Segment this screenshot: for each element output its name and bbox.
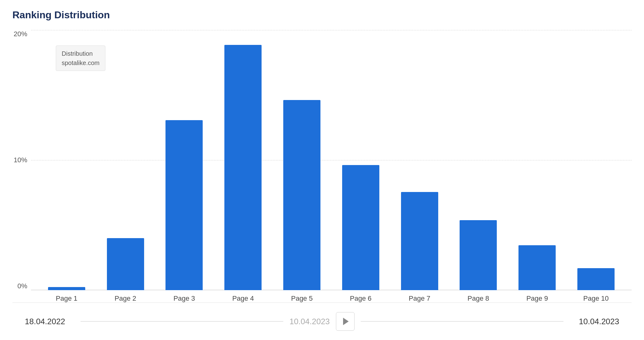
play-icon	[343, 318, 349, 325]
y-axis: 20% 10% 0%	[12, 27, 31, 303]
tooltip-domain: spotalike.com	[62, 58, 99, 68]
bar-page-1	[48, 287, 85, 290]
bar-group	[449, 30, 508, 290]
y-label-20: 20%	[14, 30, 27, 38]
slider-line	[81, 321, 283, 322]
bar-page-6	[342, 165, 379, 290]
x-labels: Page 1Page 2Page 3Page 4Page 5Page 6Page…	[31, 293, 632, 303]
x-label-page-6: Page 6	[331, 293, 390, 303]
x-label-page-1: Page 1	[37, 293, 96, 303]
bar-page-7	[401, 192, 438, 290]
bar-group	[331, 30, 390, 290]
bar-page-9	[518, 245, 556, 290]
x-label-page-8: Page 8	[449, 293, 508, 303]
x-label-page-3: Page 3	[155, 293, 214, 303]
timeline-track: 10.04.2023	[81, 312, 563, 331]
bars-row	[31, 30, 632, 290]
x-label-page-9: Page 9	[508, 293, 567, 303]
bar-page-3	[165, 120, 203, 290]
x-label-page-5: Page 5	[272, 293, 331, 303]
bar-group	[508, 30, 567, 290]
date-center: 10.04.2023	[289, 317, 330, 326]
y-label-0: 0%	[17, 282, 27, 290]
play-button[interactable]	[336, 312, 355, 331]
tooltip-label: Distribution	[62, 49, 99, 58]
tooltip-box: Distribution spotalike.com	[56, 46, 105, 71]
bar-page-2	[107, 238, 144, 290]
chart-body: 20% 10% 0%	[12, 27, 632, 303]
page-title: Ranking Distribution	[12, 9, 632, 21]
bar-page-8	[460, 220, 497, 290]
x-label-page-2: Page 2	[96, 293, 155, 303]
bars-container: Distribution spotalike.com Page 1Page 2P…	[31, 27, 632, 303]
bar-group	[214, 30, 272, 290]
date-end: 10.04.2023	[563, 317, 619, 326]
bar-page-4	[224, 45, 262, 290]
chart-wrapper: 20% 10% 0%	[12, 27, 632, 303]
bar-page-10	[577, 268, 615, 290]
chart-area: 20% 10% 0%	[12, 27, 632, 303]
bar-group	[272, 30, 331, 290]
timeline-bar: 18.04.2022 10.04.2023 10.04.2023	[12, 303, 632, 340]
date-start: 18.04.2022	[25, 317, 81, 326]
x-label-page-10: Page 10	[567, 293, 625, 303]
bar-page-5	[283, 100, 320, 290]
bar-group	[390, 30, 449, 290]
slider-line-right	[361, 321, 563, 322]
main-container: Ranking Distribution 20% 10% 0%	[0, 0, 644, 340]
x-label-page-4: Page 4	[214, 293, 272, 303]
bar-group	[155, 30, 214, 290]
bar-group	[567, 30, 625, 290]
x-label-page-7: Page 7	[390, 293, 449, 303]
y-label-10: 10%	[14, 156, 27, 164]
